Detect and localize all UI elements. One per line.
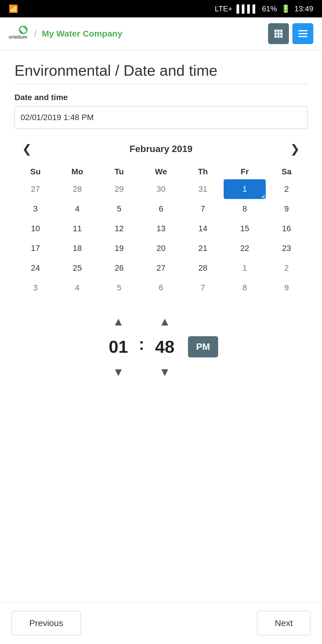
calendar-day[interactable]: 3 — [15, 199, 56, 219]
signal-bars: ▌▌▌▌ — [236, 4, 258, 13]
header: ortelium / My Water Company — [0, 17, 322, 50]
field-label: Date and time — [15, 93, 307, 102]
page-content: Environmental / Date and time Date and t… — [0, 50, 322, 393]
page-title: Environmental / Date and time — [15, 62, 307, 84]
calendar-day[interactable]: 5 — [98, 278, 140, 298]
svg-text:ortelium: ortelium — [9, 35, 27, 39]
calendar-week-row: 10111213141516 — [15, 219, 307, 238]
svg-rect-4 — [280, 30, 283, 32]
calendar-week-row: 3456789 — [15, 199, 307, 219]
calendar-day[interactable]: 1 — [224, 179, 265, 199]
calendar-day[interactable]: 4 — [56, 199, 98, 219]
minute-column: ▲ 48 ▼ — [150, 312, 179, 381]
calendar-day[interactable]: 2 — [266, 179, 307, 199]
clock: 13:49 — [294, 4, 313, 13]
calendar-day[interactable]: 4 — [56, 278, 98, 298]
battery-icon: 🔋 — [281, 4, 290, 13]
calendar-day[interactable]: 10 — [15, 219, 56, 238]
svg-rect-8 — [274, 35, 277, 38]
calendar-day[interactable]: 6 — [140, 199, 182, 219]
svg-rect-11 — [298, 30, 307, 31]
calendar-day[interactable]: 1 — [224, 258, 265, 278]
calendar-day[interactable]: 12 — [98, 219, 140, 238]
company-name: My Water Company — [42, 29, 122, 39]
next-button[interactable]: Next — [257, 611, 310, 635]
calendar-day[interactable]: 19 — [98, 238, 140, 258]
calendar-prev-button[interactable]: ❮ — [17, 140, 37, 157]
status-right: LTE+ ▌▌▌▌ 61% 🔋 13:49 — [215, 4, 313, 13]
calendar-grid: SuMoTuWeThFrSa 2728293031123456789101112… — [15, 164, 307, 298]
time-picker: ▲ 01 ▼ : ▲ 48 ▼ PM — [15, 312, 307, 381]
calendar-week-row: 3456789 — [15, 278, 307, 298]
logo-area: ortelium / My Water Company — [9, 26, 122, 42]
grid-icon — [274, 29, 283, 38]
calendar-next-button[interactable]: ❯ — [285, 140, 305, 157]
calendar-day[interactable]: 27 — [15, 179, 56, 199]
svg-rect-2 — [274, 30, 277, 32]
calendar-day[interactable]: 14 — [182, 219, 224, 238]
calendar-day[interactable]: 28 — [182, 258, 224, 278]
lte-indicator: LTE+ — [215, 4, 232, 13]
header-buttons — [268, 23, 313, 44]
minute-up-button[interactable]: ▲ — [150, 312, 179, 331]
calendar-month-year: February 2019 — [129, 144, 192, 154]
hour-column: ▲ 01 ▼ — [104, 312, 133, 381]
calendar-day[interactable]: 15 — [224, 219, 265, 238]
calendar-day[interactable]: 21 — [182, 238, 224, 258]
calendar-day[interactable]: 23 — [266, 238, 307, 258]
status-left: 📶 — [9, 4, 18, 13]
calendar-day[interactable]: 8 — [224, 199, 265, 219]
calendar-body: 2728293031123456789101112131415161718192… — [15, 179, 307, 298]
calendar-day[interactable]: 16 — [266, 219, 307, 238]
calendar-day[interactable]: 3 — [15, 278, 56, 298]
ampm-button[interactable]: PM — [188, 336, 218, 357]
svg-rect-9 — [277, 35, 280, 38]
calendar-day[interactable]: 20 — [140, 238, 182, 258]
day-header: Tu — [98, 164, 140, 179]
minute-value: 48 — [150, 337, 179, 357]
calendar-day[interactable]: 9 — [266, 278, 307, 298]
menu-icon — [298, 30, 307, 38]
svg-rect-3 — [277, 30, 280, 32]
svg-rect-13 — [298, 36, 307, 37]
calendar-day[interactable]: 11 — [56, 219, 98, 238]
calendar-day[interactable]: 28 — [56, 179, 98, 199]
svg-rect-5 — [274, 32, 277, 35]
calendar: ❮ February 2019 ❯ SuMoTuWeThFrSa 2728293… — [15, 140, 307, 298]
calendar-day[interactable]: 7 — [182, 199, 224, 219]
calendar-day[interactable]: 31 — [182, 179, 224, 199]
wifi-icon: 📶 — [9, 4, 18, 13]
time-colon: : — [139, 334, 144, 360]
calendar-day[interactable]: 9 — [266, 199, 307, 219]
grid-button[interactable] — [268, 23, 289, 44]
calendar-week-row: 272829303112 — [15, 179, 307, 199]
menu-button[interactable] — [292, 23, 313, 44]
calendar-day[interactable]: 17 — [15, 238, 56, 258]
calendar-day[interactable]: 25 — [56, 258, 98, 278]
day-header: We — [140, 164, 182, 179]
previous-button[interactable]: Previous — [12, 611, 81, 635]
calendar-day[interactable]: 2 — [266, 258, 307, 278]
calendar-header: ❮ February 2019 ❯ — [15, 140, 307, 157]
calendar-day[interactable]: 24 — [15, 258, 56, 278]
calendar-day[interactable]: 22 — [224, 238, 265, 258]
calendar-day[interactable]: 8 — [224, 278, 265, 298]
calendar-day[interactable]: 18 — [56, 238, 98, 258]
day-header: Mo — [56, 164, 98, 179]
svg-rect-7 — [280, 32, 283, 35]
datetime-input[interactable] — [15, 106, 307, 129]
minute-down-button[interactable]: ▼ — [150, 363, 179, 381]
hour-up-button[interactable]: ▲ — [104, 312, 133, 331]
calendar-day[interactable]: 7 — [182, 278, 224, 298]
calendar-day[interactable]: 26 — [98, 258, 140, 278]
hour-down-button[interactable]: ▼ — [104, 363, 133, 381]
ortelium-logo: ortelium — [9, 26, 29, 42]
day-header: Su — [15, 164, 56, 179]
calendar-day[interactable]: 6 — [140, 278, 182, 298]
calendar-day[interactable]: 27 — [140, 258, 182, 278]
calendar-day[interactable]: 29 — [98, 179, 140, 199]
day-header: Fr — [224, 164, 265, 179]
calendar-day[interactable]: 13 — [140, 219, 182, 238]
calendar-day[interactable]: 30 — [140, 179, 182, 199]
calendar-day[interactable]: 5 — [98, 199, 140, 219]
